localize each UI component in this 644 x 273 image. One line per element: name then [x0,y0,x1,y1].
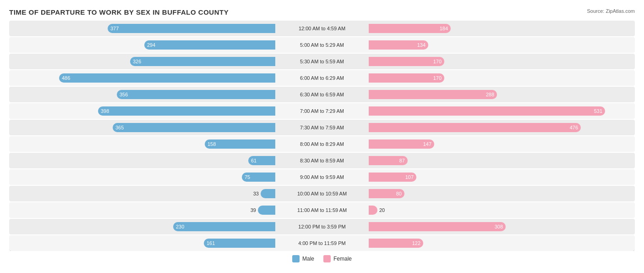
left-part: 398 [9,103,276,119]
left-part: 161 [9,235,276,251]
bar-section: 75 9:00 AM to 9:59 AM 107 [9,169,635,185]
bar-section: 39 11:00 AM to 11:59 AM 20 [9,202,635,218]
left-part: 39 [9,202,276,218]
time-label: 12:00 AM to 4:59 AM [276,26,368,31]
male-value-outside: 39 [251,207,256,213]
male-value-inside: 161 [207,240,215,246]
time-label: 10:00 AM to 10:59 AM [276,191,368,196]
right-part: 170 [368,70,635,86]
bar-section: 33 10:00 AM to 10:59 AM 80 [9,186,635,201]
female-value-inside: 476 [570,125,578,130]
bar-female: 170 [369,73,444,83]
bar-section: 161 4:00 PM to 11:59 PM 122 [9,235,635,251]
bar-male: 61 [248,156,275,165]
chart-container: TIME OF DEPARTURE TO WORK BY SEX IN BUFF… [0,0,644,273]
time-label: 6:00 AM to 6:29 AM [276,75,368,81]
chart-title: TIME OF DEPARTURE TO WORK BY SEX IN BUFF… [9,8,635,16]
bar-male: 294 [144,40,275,50]
bar-section: 230 12:00 PM to 3:59 PM 308 [9,219,635,234]
male-value-inside: 158 [207,141,216,147]
chart-row: 230 12:00 PM to 3:59 PM 308 [9,219,635,234]
time-label: 5:30 AM to 5:59 AM [276,59,368,64]
time-label: 7:00 AM to 7:29 AM [276,108,368,114]
female-value-inside: 170 [433,59,442,64]
chart-row: 75 9:00 AM to 9:59 AM 107 [9,169,635,185]
time-label: 4:00 PM to 11:59 PM [276,240,368,246]
male-value-inside: 356 [120,92,128,97]
bar-section: 158 8:00 AM to 8:29 AM 147 [9,136,635,152]
bar-male: 161 [204,239,275,248]
bar-female: 87 [369,156,408,165]
male-value-inside: 398 [101,108,109,114]
bar-male: 75 [242,173,275,182]
left-part: 365 [9,120,276,135]
right-part: 80 [368,186,635,201]
bar-male: 158 [205,139,275,149]
chart-row: 61 8:30 AM to 8:59 AM 87 [9,153,635,168]
bar-female: 122 [369,239,423,248]
bar-male: 326 [130,57,275,66]
female-value-inside: 107 [405,174,414,180]
left-part: 486 [9,70,276,86]
legend-male: Male [292,255,314,262]
left-part: 294 [9,37,276,53]
time-label: 7:30 AM to 7:59 AM [276,125,368,130]
chart-row: 158 8:00 AM to 8:29 AM 147 [9,136,635,152]
left-part: 377 [9,21,276,36]
bar-section: 326 5:30 AM to 5:59 AM 170 [9,54,635,69]
bar-male: 365 [113,123,275,132]
female-value-inside: 184 [440,26,448,31]
bar-female: 308 [369,222,506,231]
left-part: 356 [9,87,276,102]
right-part: 134 [368,37,635,53]
right-part: 122 [368,235,635,251]
time-label: 6:30 AM to 6:59 AM [276,92,368,97]
bar-female: 170 [369,57,444,66]
female-value-inside: 87 [399,158,405,163]
male-value-inside: 75 [245,174,250,180]
chart-area: 377 12:00 AM to 4:59 AM 184 294 5:00 AM … [9,21,635,244]
time-label: 12:00 PM to 3:59 PM [276,224,368,229]
source-text: Source: ZipAtlas.com [587,8,635,14]
bar-male: 377 [108,24,275,33]
male-value-inside: 486 [62,75,70,81]
male-value-inside: 61 [251,158,257,163]
left-part: 158 [9,136,276,152]
bar-female: 20 [369,206,377,215]
right-part: 87 [368,153,635,168]
time-label: 9:00 AM to 9:59 AM [276,174,368,180]
bar-male: 39 [258,206,275,215]
bar-male: 33 [261,189,275,198]
left-part: 61 [9,153,276,168]
legend-female-color [323,255,331,262]
right-part: 531 [368,103,635,119]
female-value-inside: 80 [396,191,402,196]
bar-section: 486 6:00 AM to 6:29 AM 170 [9,70,635,86]
male-value-inside: 230 [176,224,184,229]
female-value-inside: 288 [486,92,494,97]
male-value-outside: 33 [253,191,259,196]
female-value-inside: 122 [412,240,420,246]
left-part: 230 [9,219,276,234]
male-value-inside: 294 [147,42,155,48]
female-value-inside: 170 [433,75,442,81]
right-part: 184 [368,21,635,36]
right-part: 288 [368,87,635,102]
bar-section: 356 6:30 AM to 6:59 AM 288 [9,87,635,102]
bar-male: 356 [117,90,275,99]
bar-male: 486 [59,73,275,83]
female-value-inside: 531 [594,108,602,114]
female-value-outside: 20 [379,207,385,213]
left-part: 326 [9,54,276,69]
right-part: 20 [368,202,635,218]
chart-row: 161 4:00 PM to 11:59 PM 122 [9,235,635,251]
bar-section: 398 7:00 AM to 7:29 AM 531 [9,103,635,119]
bar-female: 531 [369,106,605,116]
chart-row: 294 5:00 AM to 5:29 AM 134 [9,37,635,53]
bar-female: 80 [369,189,404,198]
chart-row: 486 6:00 AM to 6:29 AM 170 [9,70,635,86]
bar-female: 476 [369,123,581,132]
male-value-inside: 377 [110,26,119,31]
chart-row: 365 7:30 AM to 7:59 AM 476 [9,120,635,135]
time-label: 5:00 AM to 5:29 AM [276,42,368,48]
